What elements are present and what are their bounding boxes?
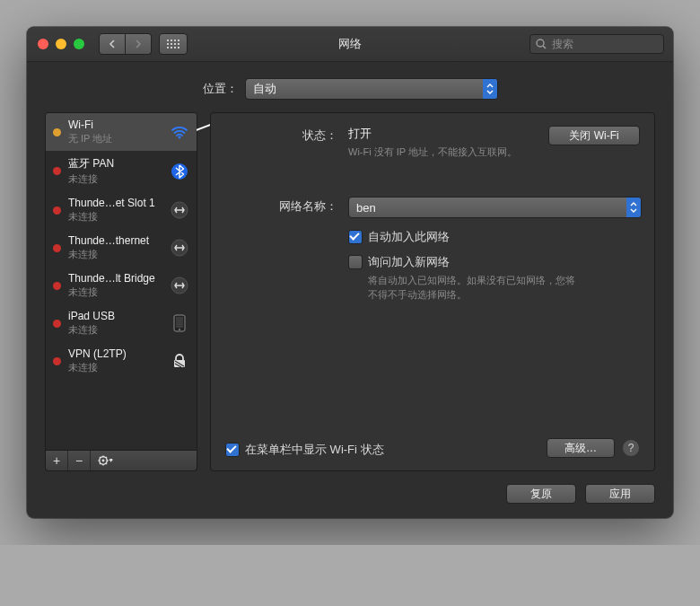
add-interface-button[interactable]: + bbox=[46, 451, 68, 470]
interfaces-sidebar: Wi-Fi 无 IP 地址 蓝牙 PAN 未连接 bbox=[45, 112, 197, 471]
interface-action-menu[interactable] bbox=[91, 451, 121, 470]
sidebar-item-status: 无 IP 地址 bbox=[68, 132, 162, 145]
sidebar-item-status: 未连接 bbox=[68, 172, 162, 186]
sidebar-item-status: 未连接 bbox=[68, 248, 162, 261]
svg-point-22 bbox=[179, 329, 180, 330]
interfaces-list: Wi-Fi 无 IP 地址 蓝牙 PAN 未连接 bbox=[45, 112, 197, 451]
select-stepper-icon bbox=[626, 198, 641, 217]
search-field[interactable] bbox=[529, 34, 664, 54]
forward-button[interactable] bbox=[126, 33, 152, 55]
status-subtext: Wi-Fi 没有 IP 地址，不能接入互联网。 bbox=[348, 145, 548, 159]
svg-rect-3 bbox=[178, 40, 179, 41]
zoom-window-button[interactable] bbox=[74, 39, 84, 49]
svg-rect-0 bbox=[167, 40, 169, 41]
status-dot bbox=[53, 128, 61, 136]
menubar-checkbox[interactable] bbox=[225, 443, 240, 457]
svg-rect-4 bbox=[167, 43, 169, 45]
sidebar-item-label: Thunde…thernet bbox=[68, 234, 162, 247]
sidebar-item-label: 蓝牙 PAN bbox=[68, 156, 162, 171]
sidebar-item-thunderbolt-bridge[interactable]: Thunde…lt Bridge 未连接 bbox=[46, 267, 197, 304]
back-button[interactable] bbox=[99, 33, 126, 55]
show-all-button[interactable] bbox=[159, 33, 188, 55]
network-name-value: ben bbox=[349, 201, 626, 215]
location-value: 自动 bbox=[246, 81, 483, 97]
remove-interface-button[interactable]: − bbox=[68, 451, 91, 470]
auto-join-label: 自动加入此网络 bbox=[368, 229, 450, 245]
detail-footer: 在菜单栏中显示 Wi-Fi 状态 高级… ? bbox=[225, 438, 640, 458]
svg-line-13 bbox=[543, 46, 546, 48]
svg-line-35 bbox=[106, 457, 107, 458]
status-dot bbox=[53, 244, 61, 252]
menubar-label: 在菜单栏中显示 Wi-Fi 状态 bbox=[245, 442, 384, 458]
status-dot bbox=[53, 320, 61, 328]
sidebar-item-status: 未连接 bbox=[68, 323, 162, 337]
traffic-lights bbox=[38, 39, 84, 49]
sidebar-item-label: Wi-Fi bbox=[68, 119, 162, 131]
svg-rect-2 bbox=[174, 40, 176, 41]
detail-panel: 状态： 打开 Wi-Fi 没有 IP 地址，不能接入互联网。 关闭 Wi-Fi bbox=[210, 112, 655, 471]
svg-rect-21 bbox=[176, 317, 183, 328]
ask-join-subtext: 将自动加入已知网络。如果没有已知网络，您将不得不手动选择网络。 bbox=[368, 274, 583, 302]
advanced-button[interactable]: 高级… bbox=[547, 438, 615, 458]
lock-icon bbox=[170, 351, 189, 371]
chevron-right-icon bbox=[135, 40, 142, 48]
svg-point-27 bbox=[102, 460, 105, 462]
svg-rect-11 bbox=[178, 47, 179, 48]
toggle-wifi-button[interactable]: 关闭 Wi-Fi bbox=[548, 126, 640, 145]
location-label: 位置： bbox=[203, 81, 238, 97]
svg-line-33 bbox=[106, 463, 107, 464]
ipad-icon bbox=[170, 313, 189, 333]
auto-join-checkbox[interactable] bbox=[348, 230, 363, 244]
wifi-icon bbox=[170, 122, 189, 142]
sidebar-item-thunderbolt-ethernet[interactable]: Thunde…thernet 未连接 bbox=[46, 229, 197, 267]
window-footer-buttons: 复原 应用 bbox=[45, 484, 655, 504]
sidebar-toolbar: + − bbox=[45, 451, 197, 471]
sidebar-item-vpn[interactable]: VPN (L2TP) 未连接 bbox=[46, 342, 197, 380]
apply-button[interactable]: 应用 bbox=[585, 484, 655, 504]
sidebar-item-label: Thunde…et Slot 1 bbox=[68, 197, 162, 209]
titlebar: 网络 bbox=[27, 27, 673, 62]
gear-icon bbox=[98, 455, 114, 466]
status-row: 状态： 打开 Wi-Fi 没有 IP 地址，不能接入互联网。 关闭 Wi-Fi bbox=[225, 126, 640, 159]
status-dot bbox=[53, 167, 61, 175]
svg-rect-5 bbox=[171, 43, 172, 45]
search-input[interactable] bbox=[550, 37, 658, 51]
nav-buttons bbox=[99, 33, 152, 55]
window-body: 位置： 自动 Wi-Fi 无 IP 地址 bbox=[27, 62, 673, 518]
grid-icon bbox=[167, 40, 179, 48]
ask-join-label: 询问加入新网络 bbox=[368, 254, 583, 270]
status-dot bbox=[53, 206, 61, 215]
network-name-label: 网络名称： bbox=[225, 197, 348, 302]
minimize-window-button[interactable] bbox=[56, 39, 66, 49]
auto-join-checkbox-row: 自动加入此网络 bbox=[348, 229, 640, 245]
sidebar-item-label: iPad USB bbox=[68, 310, 162, 322]
svg-rect-8 bbox=[167, 47, 169, 48]
sidebar-item-label: Thunde…lt Bridge bbox=[68, 272, 162, 285]
sidebar-item-status: 未连接 bbox=[68, 361, 162, 374]
status-dot bbox=[53, 357, 61, 365]
sidebar-item-wifi[interactable]: Wi-Fi 无 IP 地址 bbox=[46, 113, 197, 151]
sidebar-item-ipad-usb[interactable]: iPad USB 未连接 bbox=[46, 304, 197, 342]
ask-join-checkbox[interactable] bbox=[348, 255, 363, 269]
status-value: 打开 bbox=[348, 126, 548, 142]
sidebar-item-status: 未连接 bbox=[68, 210, 162, 224]
network-name-select[interactable]: ben bbox=[348, 197, 642, 218]
network-name-row: 网络名称： ben 自动加入此网络 bbox=[225, 197, 640, 302]
select-stepper-icon bbox=[483, 79, 497, 99]
svg-rect-1 bbox=[171, 40, 172, 41]
thunderbolt-icon bbox=[170, 276, 189, 295]
chevron-left-icon bbox=[109, 40, 116, 48]
bluetooth-icon bbox=[170, 162, 189, 181]
help-button[interactable]: ? bbox=[622, 439, 640, 457]
sidebar-item-status: 未连接 bbox=[68, 285, 162, 299]
svg-point-12 bbox=[537, 40, 544, 47]
sidebar-item-thunderbolt-slot1[interactable]: Thunde…et Slot 1 未连接 bbox=[46, 191, 197, 229]
thunderbolt-icon bbox=[170, 200, 189, 220]
ask-join-checkbox-row: 询问加入新网络 将自动加入已知网络。如果没有已知网络，您将不得不手动选择网络。 bbox=[348, 254, 640, 302]
location-select[interactable]: 自动 bbox=[245, 78, 498, 100]
sidebar-item-bluetooth-pan[interactable]: 蓝牙 PAN 未连接 bbox=[46, 151, 197, 191]
sidebar-item-label: VPN (L2TP) bbox=[68, 347, 162, 360]
svg-line-34 bbox=[100, 463, 101, 464]
revert-button[interactable]: 复原 bbox=[506, 484, 576, 504]
close-window-button[interactable] bbox=[38, 39, 48, 49]
